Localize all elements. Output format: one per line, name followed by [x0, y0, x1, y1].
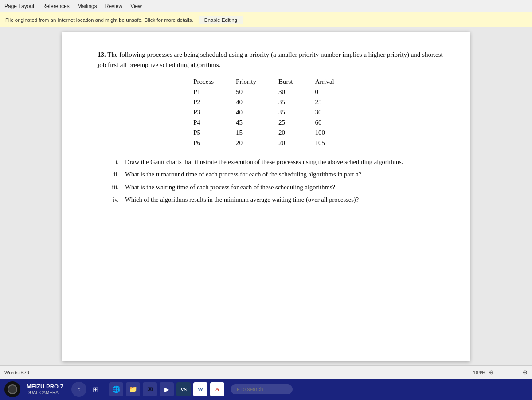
table-row: P51520100 [189, 128, 352, 138]
taskbar-start-button[interactable]: ⊞ [90, 384, 101, 396]
taskbar-search-circle[interactable]: ○ [71, 382, 86, 397]
col-header-burst: Burst [274, 77, 311, 87]
table-cell: 25 [310, 97, 352, 107]
col-header-arrival: Arrival [310, 77, 352, 87]
menu-item-page-layout[interactable]: Page Layout [4, 3, 34, 9]
table-row: P150300 [189, 87, 352, 97]
taskbar-app-a[interactable]: A [210, 382, 224, 396]
table-cell: 35 [274, 107, 311, 118]
table-row: P62020105 [189, 138, 352, 148]
taskbar-app-word[interactable]: W [193, 382, 207, 396]
table-cell: 40 [231, 107, 274, 118]
table-cell: P6 [189, 138, 231, 148]
document-page: 13. The following processes are being sc… [62, 32, 470, 361]
status-right: 184% ⊖—————⊕ [473, 369, 528, 376]
table-cell: P3 [189, 107, 231, 118]
table-cell: 15 [231, 128, 274, 138]
table-cell: 40 [231, 97, 274, 107]
table-cell: P1 [189, 87, 231, 97]
taskbar-app-browser[interactable]: 🌐 [109, 382, 123, 396]
taskbar-app-media[interactable]: ▶ [160, 382, 174, 396]
sub-question-item: iii.What is the waiting time of each pro… [106, 182, 443, 192]
taskbar-apps: 🌐 📁 ✉ ▶ VS W A [109, 382, 224, 396]
sub-question-text: Which of the algorithms results in the m… [125, 195, 443, 204]
table-cell: 30 [274, 87, 311, 97]
table-cell: 25 [274, 118, 311, 128]
process-table: Process Priority Burst Arrival P150300P2… [189, 77, 352, 148]
taskbar: MEIZU PRO 7 DUAL CAMERA ○ ⊞ 🌐 📁 ✉ ▶ VS W… [0, 379, 532, 400]
protected-warning-text: File originated from an Internet locatio… [5, 17, 193, 23]
sub-questions: i.Draw the Gantt charts that illustrate … [106, 157, 443, 205]
zoom-level: 184% [473, 370, 485, 375]
table-cell: 45 [231, 118, 274, 128]
table-cell: 35 [274, 97, 311, 107]
sub-question-label: iv. [106, 195, 119, 204]
table-row: P4452560 [189, 118, 352, 128]
sub-question-item: ii.What is the turnaround time of each p… [106, 169, 443, 179]
table-cell: 20 [274, 128, 311, 138]
table-cell: 30 [310, 107, 352, 118]
table-cell: 100 [310, 128, 352, 138]
sub-question-text: Draw the Gantt charts that illustrate th… [125, 157, 443, 167]
menu-item-mailings[interactable]: Mailings [78, 3, 97, 9]
process-table-wrapper: Process Priority Burst Arrival P150300P2… [98, 77, 443, 148]
taskbar-search-input[interactable] [231, 384, 293, 394]
sub-question-text: What is the waiting time of each process… [125, 182, 443, 192]
status-bar: Words: 679 184% ⊖—————⊕ [0, 365, 532, 379]
zoom-slider[interactable]: ⊖—————⊕ [489, 369, 528, 376]
sub-question-text: What is the turnaround time of each proc… [125, 169, 443, 179]
menu-item-view[interactable]: View [130, 3, 142, 9]
taskbar-logo-inner [8, 384, 17, 394]
sub-question-label: iii. [106, 182, 119, 192]
menu-bar: Page Layout References Mailings Review V… [0, 0, 532, 12]
table-cell: P4 [189, 118, 231, 128]
brand-sub: DUAL CAMERA [27, 390, 59, 396]
menu-item-review[interactable]: Review [105, 3, 122, 9]
table-cell: P2 [189, 97, 231, 107]
sub-question-label: ii. [106, 169, 119, 179]
taskbar-logo [4, 381, 20, 397]
table-cell: 50 [231, 87, 274, 97]
table-cell: 20 [231, 138, 274, 148]
protected-bar: File originated from an Internet locatio… [0, 12, 532, 27]
enable-editing-button[interactable]: Enable Editing [199, 16, 243, 24]
table-cell: P5 [189, 128, 231, 138]
table-row: P3403530 [189, 107, 352, 118]
document-area: 13. The following processes are being sc… [0, 27, 532, 365]
brand-title: MEIZU PRO 7 [27, 383, 63, 390]
col-header-priority: Priority [231, 77, 274, 87]
question-header: 13. The following processes are being sc… [98, 50, 443, 70]
sub-question-item: iv.Which of the algorithms results in th… [106, 195, 443, 204]
table-cell: 0 [310, 87, 352, 97]
table-row: P2403525 [189, 97, 352, 107]
table-cell: 60 [310, 118, 352, 128]
taskbar-brand: MEIZU PRO 7 DUAL CAMERA [27, 383, 63, 396]
sub-question-label: i. [106, 157, 119, 167]
question-intro-text: The following processes are being schedu… [98, 51, 443, 68]
table-cell: 105 [310, 138, 352, 148]
table-cell: 20 [274, 138, 311, 148]
word-count: Words: 679 [4, 370, 29, 375]
menu-item-references[interactable]: References [42, 3, 69, 9]
question-number: 13. [98, 51, 106, 58]
taskbar-app-mail[interactable]: ✉ [143, 382, 157, 396]
taskbar-app-folder[interactable]: 📁 [126, 382, 140, 396]
taskbar-app-vs[interactable]: VS [176, 382, 191, 396]
col-header-process: Process [189, 77, 231, 87]
sub-question-item: i.Draw the Gantt charts that illustrate … [106, 157, 443, 167]
